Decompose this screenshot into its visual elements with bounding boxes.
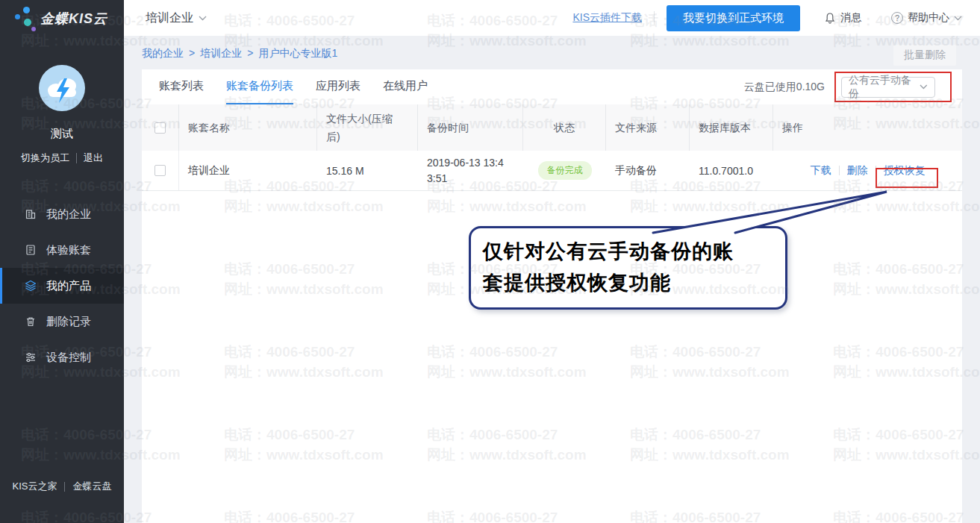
sidebar-item-label: 我的产品 — [46, 279, 91, 293]
user-name: 测试 — [0, 127, 124, 141]
breadcrumb-separator: > — [247, 47, 253, 60]
row-checkbox[interactable] — [155, 165, 166, 176]
column-header-file-size: 文件大小(压缩后) — [317, 104, 418, 151]
sidebar-item-device-control[interactable]: 设备控制 — [0, 339, 124, 375]
bell-icon — [824, 12, 836, 25]
divider — [76, 153, 77, 163]
row-select-cell — [142, 151, 179, 190]
select-all-cell — [142, 104, 179, 151]
sidebar-item-label: 设备控制 — [46, 351, 91, 365]
help-center-label: 帮助中心 — [908, 11, 949, 25]
table-header-row: 账套名称 文件大小(压缩后) 备份时间 状态 文件来源 数据库版本 操作 — [142, 104, 962, 151]
messages-label: 消息 — [840, 11, 861, 25]
sidebar-item-label: 删除记录 — [46, 315, 91, 329]
column-header-account-name: 账套名称 — [179, 104, 317, 151]
tabs-row: 账套列表 账套备份列表 应用列表 在线用户 云盘已使用0.10G 公有云手动备份 — [142, 69, 962, 104]
actions-cell: 下载 删除 授权恢复 — [773, 151, 962, 190]
db-version-cell: 11.0.7001.0 — [690, 151, 773, 190]
switch-role-link[interactable]: 切换为员工 — [21, 151, 69, 165]
breadcrumb-separator: > — [189, 47, 195, 60]
logo-dot-icon — [31, 27, 36, 31]
sidebar-menu: 我的企业 体验账套 我 — [0, 196, 124, 375]
select-all-checkbox[interactable] — [155, 122, 166, 134]
chevron-down-icon — [199, 16, 207, 21]
user-actions: 切换为员工 退出 — [0, 151, 124, 165]
sidebar-item-my-products[interactable]: 我的产品 — [0, 268, 124, 304]
divider — [64, 482, 65, 492]
cloud-lightning-icon — [39, 65, 85, 111]
sidebar: 金蝶KIS云 测试 切换为员工 退出 — [0, 0, 124, 523]
messages-button[interactable]: 消息 — [824, 11, 861, 25]
kingdee-cloud-disk-link[interactable]: 金蝶云盘 — [72, 480, 111, 493]
company-selector-label: 培训企业 — [146, 10, 193, 26]
download-link[interactable]: 下载 — [811, 164, 831, 178]
status-badge: 备份完成 — [538, 161, 592, 180]
file-size-cell: 15.16 M — [317, 151, 418, 190]
tab-online-users[interactable]: 在线用户 — [383, 69, 428, 104]
sidebar-item-label: 我的企业 — [46, 207, 91, 222]
logo-dot-icon — [24, 19, 31, 26]
logout-link[interactable]: 退出 — [84, 151, 103, 165]
logo-dot-icon — [15, 14, 20, 19]
file-source-cell: 手动备份 — [606, 151, 690, 190]
switch-env-button[interactable]: 我要切换到正式环境 — [667, 5, 800, 31]
tab-backup-list[interactable]: 账套备份列表 — [226, 69, 293, 104]
divider — [839, 166, 840, 175]
breadcrumb: 我的企业 > 培训企业 > 用户中心专业版1 — [142, 47, 337, 60]
avatar — [39, 65, 85, 111]
breadcrumb-item-training-company[interactable]: 培训企业 — [200, 47, 242, 60]
kis-cloud-home-link[interactable]: KIS云之家 — [13, 480, 57, 493]
help-center-dropdown[interactable]: ? 帮助中心 — [891, 11, 962, 25]
breadcrumb-item-user-center[interactable]: 用户中心专业版1 — [258, 47, 337, 60]
column-header-actions: 操作 — [773, 104, 962, 151]
breadcrumb-item-my-company[interactable]: 我的企业 — [142, 47, 184, 60]
logo-dot-icon — [23, 7, 30, 13]
divider — [876, 166, 876, 175]
layers-icon — [25, 280, 37, 292]
callout-bubble: 仅针对公有云手动备份的账套提供授权恢复功能 — [469, 226, 787, 310]
app-root: 金蝶KIS云 测试 切换为员工 退出 — [0, 0, 980, 523]
divider — [654, 11, 655, 25]
account-name-cell: 培训企业 — [179, 151, 317, 190]
logo-text: 金蝶KIS云 — [40, 10, 107, 28]
column-header-status: 状态 — [523, 104, 606, 151]
sidebar-footer: KIS云之家 金蝶云盘 — [0, 480, 124, 493]
status-cell: 备份完成 — [523, 151, 606, 190]
topbar: 培训企业 KIS云插件下载 我要切换到正式环境 消息 ? 帮助中心 — [124, 0, 980, 36]
column-header-db-version: 数据库版本 — [690, 104, 773, 151]
tab-account-list[interactable]: 账套列表 — [159, 69, 204, 104]
column-header-backup-time: 备份时间 — [418, 104, 523, 151]
sidebar-item-label: 体验账套 — [46, 243, 91, 257]
authorized-restore-link[interactable]: 授权恢复 — [884, 164, 926, 178]
storage-usage-label: 云盘已使用0.10G — [744, 81, 825, 94]
batch-delete-button[interactable]: 批量删除 — [893, 45, 956, 66]
sidebar-item-my-company[interactable]: 我的企业 — [0, 196, 124, 232]
document-icon — [25, 244, 37, 256]
trash-icon — [25, 316, 37, 328]
app-logo[interactable]: 金蝶KIS云 — [0, 0, 124, 36]
company-selector-dropdown[interactable]: 培训企业 — [146, 10, 207, 26]
chevron-down-icon — [920, 84, 928, 90]
callout-text: 仅针对公有云手动备份的账套提供授权恢复功能 — [483, 239, 734, 294]
tab-app-list[interactable]: 应用列表 — [316, 69, 361, 104]
question-circle-icon: ? — [891, 12, 903, 24]
building-icon — [25, 208, 37, 220]
sliders-icon — [25, 351, 37, 363]
backup-type-select[interactable]: 公有云手动备份 — [841, 77, 935, 98]
backup-time-cell: 2019-06-13 13:43:51 — [418, 151, 523, 190]
column-header-file-source: 文件来源 — [606, 104, 690, 151]
sidebar-item-trial-accounts[interactable]: 体验账套 — [0, 232, 124, 268]
sidebar-item-delete-records[interactable]: 删除记录 — [0, 304, 124, 339]
chevron-down-icon — [954, 16, 962, 21]
delete-link[interactable]: 删除 — [847, 164, 868, 178]
plugin-download-link[interactable]: KIS云插件下载 — [572, 11, 642, 25]
table-row: 培训企业 15.16 M 2019-06-13 13:43:51 备份完成 手动… — [142, 151, 962, 191]
backup-type-selected-value: 公有云手动备份 — [849, 74, 920, 101]
